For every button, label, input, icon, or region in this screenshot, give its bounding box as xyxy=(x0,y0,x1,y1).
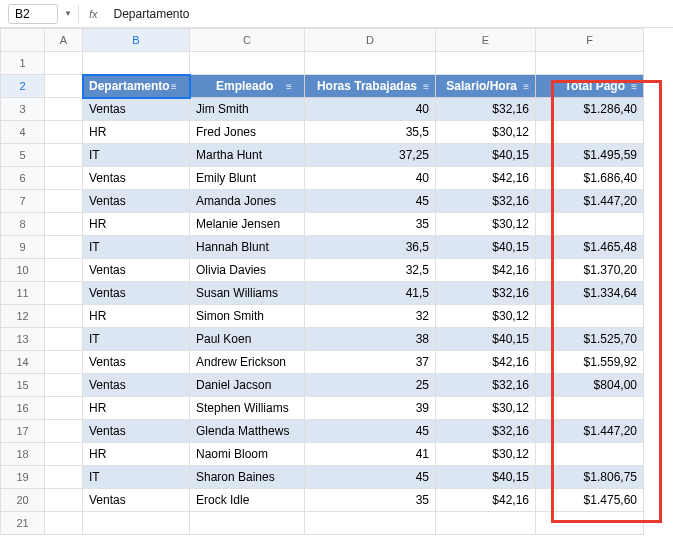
cell-empleado[interactable]: Melanie Jensen xyxy=(190,213,305,236)
cell-salario[interactable]: $32,16 xyxy=(436,282,536,305)
cell-total[interactable] xyxy=(536,213,644,236)
cell-A18[interactable] xyxy=(45,443,83,466)
row-header-10[interactable]: 10 xyxy=(1,259,45,282)
cell-departamento[interactable]: Ventas xyxy=(83,167,190,190)
cell-B21[interactable] xyxy=(83,512,190,535)
cell-departamento[interactable]: HR xyxy=(83,305,190,328)
cell-total[interactable]: $1.525,70 xyxy=(536,328,644,351)
cell-empleado[interactable]: Amanda Jones xyxy=(190,190,305,213)
cell-salario[interactable]: $40,15 xyxy=(436,328,536,351)
cell-A5[interactable] xyxy=(45,144,83,167)
cell-departamento[interactable]: IT xyxy=(83,236,190,259)
cell-A21[interactable] xyxy=(45,512,83,535)
cell-total[interactable]: $1.447,20 xyxy=(536,420,644,443)
cell-E1[interactable] xyxy=(436,52,536,75)
cell-departamento[interactable]: IT xyxy=(83,328,190,351)
cell-horas[interactable]: 39 xyxy=(305,397,436,420)
cell-departamento[interactable]: Ventas xyxy=(83,98,190,121)
row-header-20[interactable]: 20 xyxy=(1,489,45,512)
cell-A10[interactable] xyxy=(45,259,83,282)
cell-empleado[interactable]: Fred Jones xyxy=(190,121,305,144)
cell-D21[interactable] xyxy=(305,512,436,535)
cell-departamento[interactable]: Ventas xyxy=(83,282,190,305)
cell-salario[interactable]: $42,16 xyxy=(436,167,536,190)
cell-salario[interactable]: $40,15 xyxy=(436,236,536,259)
cell-departamento[interactable]: Ventas xyxy=(83,351,190,374)
cell-horas[interactable]: 35 xyxy=(305,213,436,236)
cell-empleado[interactable]: Erock Idle xyxy=(190,489,305,512)
cell-total[interactable]: $1.686,40 xyxy=(536,167,644,190)
cell-total[interactable]: $1.465,48 xyxy=(536,236,644,259)
row-header-3[interactable]: 3 xyxy=(1,98,45,121)
cell-horas[interactable]: 45 xyxy=(305,420,436,443)
header-total[interactable]: Total Pago≡ xyxy=(536,75,644,98)
row-header-15[interactable]: 15 xyxy=(1,374,45,397)
cell-horas[interactable]: 32,5 xyxy=(305,259,436,282)
cell-empleado[interactable]: Martha Hunt xyxy=(190,144,305,167)
row-header-21[interactable]: 21 xyxy=(1,512,45,535)
filter-icon[interactable]: ≡ xyxy=(625,81,637,92)
cell-salario[interactable]: $32,16 xyxy=(436,420,536,443)
cell-total[interactable]: $1.334,64 xyxy=(536,282,644,305)
row-header-2[interactable]: 2 xyxy=(1,75,45,98)
cell-departamento[interactable]: Ventas xyxy=(83,420,190,443)
cell-A19[interactable] xyxy=(45,466,83,489)
cell-horas[interactable]: 25 xyxy=(305,374,436,397)
cell-F21[interactable] xyxy=(536,512,644,535)
row-header-8[interactable]: 8 xyxy=(1,213,45,236)
cell-salario[interactable]: $32,16 xyxy=(436,374,536,397)
cell-A3[interactable] xyxy=(45,98,83,121)
cell-salario[interactable]: $30,12 xyxy=(436,121,536,144)
cell-departamento[interactable]: Ventas xyxy=(83,259,190,282)
cell-salario[interactable]: $32,16 xyxy=(436,98,536,121)
cell-empleado[interactable]: Daniel Jacson xyxy=(190,374,305,397)
cell-horas[interactable]: 35,5 xyxy=(305,121,436,144)
cell-departamento[interactable]: HR xyxy=(83,121,190,144)
cell-horas[interactable]: 38 xyxy=(305,328,436,351)
cell-total[interactable]: $1.806,75 xyxy=(536,466,644,489)
cell-empleado[interactable]: Susan Williams xyxy=(190,282,305,305)
cell-horas[interactable]: 37 xyxy=(305,351,436,374)
cell-empleado[interactable]: Emily Blunt xyxy=(190,167,305,190)
cell-E21[interactable] xyxy=(436,512,536,535)
cell-F1[interactable] xyxy=(536,52,644,75)
cell-departamento[interactable]: Ventas xyxy=(83,489,190,512)
cell-A20[interactable] xyxy=(45,489,83,512)
cell-total[interactable]: $1.475,60 xyxy=(536,489,644,512)
cell-total[interactable]: $1.286,40 xyxy=(536,98,644,121)
cell-horas[interactable]: 40 xyxy=(305,98,436,121)
cell-A17[interactable] xyxy=(45,420,83,443)
cell-departamento[interactable]: HR xyxy=(83,397,190,420)
cell-salario[interactable]: $42,16 xyxy=(436,351,536,374)
row-header-14[interactable]: 14 xyxy=(1,351,45,374)
cell-departamento[interactable]: HR xyxy=(83,443,190,466)
cell-departamento[interactable]: Ventas xyxy=(83,374,190,397)
cell-empleado[interactable]: Hannah Blunt xyxy=(190,236,305,259)
col-header-E[interactable]: E xyxy=(436,29,536,52)
cell-total[interactable] xyxy=(536,443,644,466)
cell-A4[interactable] xyxy=(45,121,83,144)
filter-icon[interactable]: ≡ xyxy=(417,81,429,92)
row-header-19[interactable]: 19 xyxy=(1,466,45,489)
cell-total[interactable]: $804,00 xyxy=(536,374,644,397)
cell-A13[interactable] xyxy=(45,328,83,351)
cell-salario[interactable]: $40,15 xyxy=(436,144,536,167)
cell-empleado[interactable]: Jim Smith xyxy=(190,98,305,121)
header-horas[interactable]: Horas Trabajadas≡ xyxy=(305,75,436,98)
row-header-9[interactable]: 9 xyxy=(1,236,45,259)
col-header-A[interactable]: A xyxy=(45,29,83,52)
filter-icon[interactable]: ≡ xyxy=(171,81,183,92)
cell-A16[interactable] xyxy=(45,397,83,420)
row-header-4[interactable]: 4 xyxy=(1,121,45,144)
cell-empleado[interactable]: Olivia Davies xyxy=(190,259,305,282)
cell-salario[interactable]: $42,16 xyxy=(436,489,536,512)
row-header-5[interactable]: 5 xyxy=(1,144,45,167)
cell-empleado[interactable]: Stephen Williams xyxy=(190,397,305,420)
cell-salario[interactable]: $42,16 xyxy=(436,259,536,282)
cell-total[interactable] xyxy=(536,397,644,420)
cell-horas[interactable]: 36,5 xyxy=(305,236,436,259)
row-header-17[interactable]: 17 xyxy=(1,420,45,443)
cell-salario[interactable]: $32,16 xyxy=(436,190,536,213)
col-header-D[interactable]: D xyxy=(305,29,436,52)
row-header-16[interactable]: 16 xyxy=(1,397,45,420)
